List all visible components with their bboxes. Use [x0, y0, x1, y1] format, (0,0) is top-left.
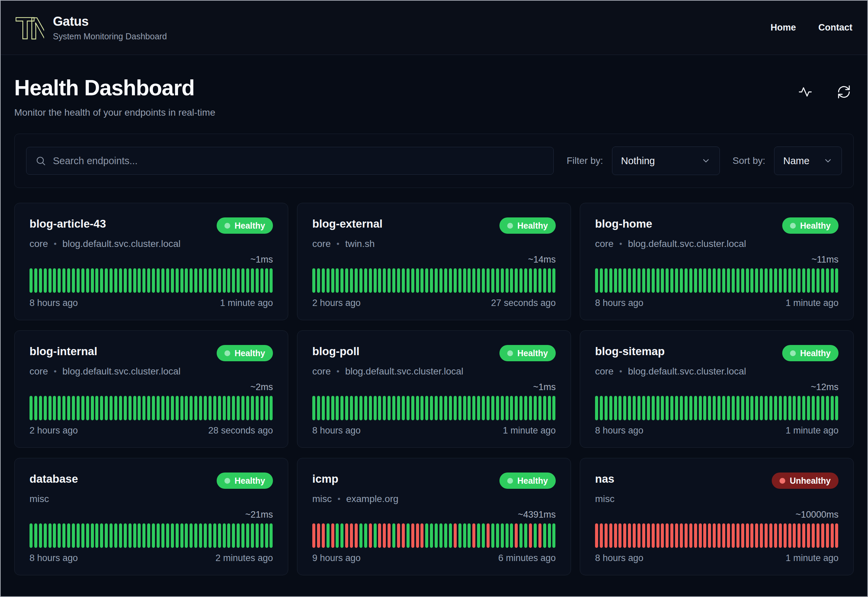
search-box[interactable]: [26, 147, 554, 175]
history-bar[interactable]: [797, 523, 801, 548]
history-bar[interactable]: [595, 268, 598, 293]
history-bar[interactable]: [684, 396, 687, 420]
history-bar[interactable]: [708, 523, 711, 548]
history-bar[interactable]: [600, 523, 603, 548]
history-bar[interactable]: [53, 268, 56, 293]
history-bar[interactable]: [604, 523, 607, 548]
history-bar[interactable]: [699, 396, 702, 420]
history-bar[interactable]: [171, 268, 174, 293]
history-bar[interactable]: [232, 396, 235, 420]
history-bar[interactable]: [161, 396, 164, 420]
history-bar[interactable]: [642, 523, 645, 548]
history-bar[interactable]: [241, 396, 244, 420]
history-bar[interactable]: [727, 268, 730, 293]
history-bar[interactable]: [788, 523, 791, 548]
history-bar[interactable]: [331, 523, 334, 548]
history-bar[interactable]: [86, 523, 89, 548]
history-bar[interactable]: [487, 523, 490, 548]
history-bar[interactable]: [821, 268, 824, 293]
history-bar[interactable]: [449, 396, 452, 420]
history-bar[interactable]: [482, 268, 485, 293]
history-bar[interactable]: [458, 268, 461, 293]
history-bar[interactable]: [176, 523, 179, 548]
history-bar[interactable]: [411, 396, 414, 420]
history-bar[interactable]: [194, 523, 197, 548]
history-bar[interactable]: [637, 396, 640, 420]
history-bar[interactable]: [62, 268, 65, 293]
history-bar[interactable]: [265, 396, 268, 420]
history-bar[interactable]: [652, 523, 655, 548]
history-bar[interactable]: [821, 523, 824, 548]
history-bar[interactable]: [769, 396, 772, 420]
history-bar[interactable]: [237, 268, 240, 293]
history-bar[interactable]: [181, 396, 184, 420]
history-bar[interactable]: [209, 523, 212, 548]
history-bar[interactable]: [49, 268, 52, 293]
history-bar[interactable]: [161, 268, 164, 293]
history-bar[interactable]: [529, 396, 532, 420]
history-bar[interactable]: [67, 268, 70, 293]
history-bar[interactable]: [129, 523, 132, 548]
history-bar[interactable]: [336, 523, 339, 548]
history-bar[interactable]: [62, 396, 65, 420]
history-bar[interactable]: [110, 396, 113, 420]
history-bar[interactable]: [764, 523, 768, 548]
history-bar[interactable]: [491, 396, 494, 420]
history-bar[interactable]: [105, 396, 108, 420]
history-bar[interactable]: [779, 396, 782, 420]
history-bar[interactable]: [152, 396, 155, 420]
activity-pulse-icon[interactable]: [798, 85, 812, 99]
history-bar[interactable]: [105, 268, 108, 293]
history-bar[interactable]: [689, 268, 692, 293]
history-bar[interactable]: [440, 268, 443, 293]
history-bar[interactable]: [510, 268, 513, 293]
history-bar[interactable]: [774, 268, 777, 293]
history-bar[interactable]: [341, 268, 344, 293]
history-bar[interactable]: [684, 268, 687, 293]
history-bar[interactable]: [397, 523, 400, 548]
history-bar[interactable]: [430, 396, 433, 420]
history-bar[interactable]: [209, 396, 212, 420]
history-bar[interactable]: [133, 268, 136, 293]
history-bar[interactable]: [185, 523, 188, 548]
history-bar[interactable]: [538, 268, 542, 293]
history-bar[interactable]: [421, 268, 424, 293]
history-bar[interactable]: [538, 523, 542, 548]
endpoint-card[interactable]: blog-article-43 Healthy core • blog.defa…: [14, 203, 288, 320]
history-bar[interactable]: [147, 523, 150, 548]
history-bar[interactable]: [675, 268, 678, 293]
history-bar[interactable]: [774, 396, 777, 420]
history-bar[interactable]: [788, 268, 791, 293]
history-bar[interactable]: [618, 396, 622, 420]
history-bar[interactable]: [157, 396, 160, 420]
history-bar[interactable]: [666, 396, 669, 420]
history-bar[interactable]: [784, 523, 787, 548]
history-bar[interactable]: [496, 523, 499, 548]
history-bar[interactable]: [204, 523, 207, 548]
endpoint-card[interactable]: database Healthy misc • ~21ms 8 hours ag…: [14, 458, 288, 575]
history-bar[interactable]: [764, 396, 768, 420]
sort-select[interactable]: Name: [774, 147, 842, 175]
history-bar[interactable]: [732, 523, 735, 548]
history-bar[interactable]: [95, 523, 98, 548]
history-bar[interactable]: [270, 396, 273, 420]
history-bar[interactable]: [515, 523, 518, 548]
history-bar[interactable]: [699, 268, 702, 293]
history-bar[interactable]: [359, 268, 363, 293]
history-bar[interactable]: [72, 268, 75, 293]
history-bar[interactable]: [34, 523, 37, 548]
history-bar[interactable]: [317, 268, 320, 293]
history-bar[interactable]: [147, 396, 150, 420]
history-bar[interactable]: [312, 268, 316, 293]
history-bar[interactable]: [190, 396, 193, 420]
history-bar[interactable]: [227, 396, 230, 420]
history-bar[interactable]: [534, 523, 537, 548]
history-bar[interactable]: [595, 523, 598, 548]
history-bar[interactable]: [444, 396, 447, 420]
history-bar[interactable]: [124, 523, 127, 548]
history-bar[interactable]: [62, 523, 65, 548]
history-bar[interactable]: [661, 268, 664, 293]
history-bar[interactable]: [524, 523, 527, 548]
history-bar[interactable]: [510, 396, 513, 420]
history-bar[interactable]: [77, 268, 80, 293]
